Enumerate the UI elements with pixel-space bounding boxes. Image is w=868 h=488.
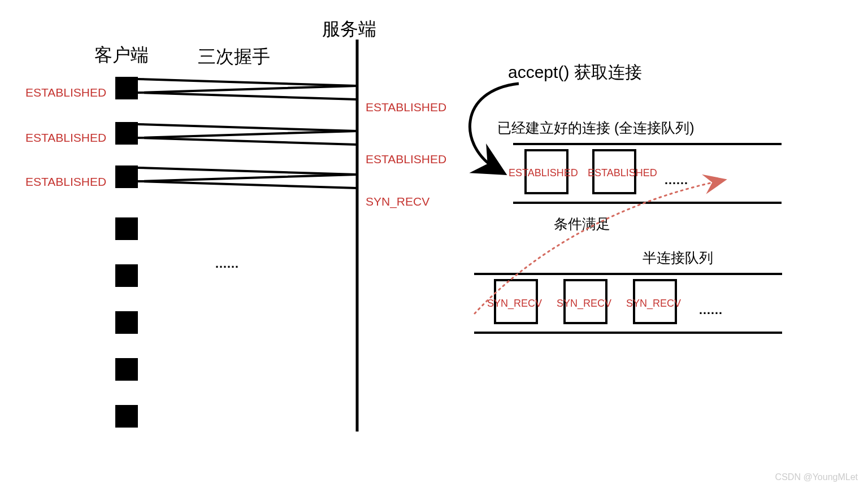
half-queue-item-0: SYN_RECV xyxy=(487,298,542,310)
client-box-5 xyxy=(115,311,138,334)
server-state-2: SYN_RECV xyxy=(366,195,429,208)
diagram-root: 服务端 客户端 三次握手 ESTABLISHED ESTABLISHED EST… xyxy=(0,0,868,488)
condition-label: 条件满足 xyxy=(554,215,610,233)
client-box-2 xyxy=(115,165,138,188)
half-queue-ellipsis: …… xyxy=(698,303,722,317)
client-box-6 xyxy=(115,358,138,381)
left-ellipsis: …… xyxy=(215,256,238,271)
half-queue-item-1: SYN_RECV xyxy=(557,298,611,310)
client-box-1 xyxy=(115,122,138,145)
client-state-0: ESTABLISHED xyxy=(25,86,106,99)
client-box-3 xyxy=(115,217,138,240)
client-state-1: ESTABLISHED xyxy=(25,131,106,145)
full-queue-item-0: ESTABLISHED xyxy=(509,167,578,179)
server-state-0: ESTABLISHED xyxy=(366,101,446,114)
half-queue-item-2: SYN_RECV xyxy=(626,298,681,310)
half-queue-title: 半连接队列 xyxy=(643,249,713,267)
server-title: 服务端 xyxy=(322,17,376,42)
handshake-title: 三次握手 xyxy=(198,45,270,69)
client-state-2: ESTABLISHED xyxy=(25,175,106,189)
server-state-1: ESTABLISHED xyxy=(366,152,446,166)
client-box-7 xyxy=(115,405,138,428)
accept-label: accept() 获取连接 xyxy=(508,61,642,84)
client-title: 客户端 xyxy=(94,43,149,68)
client-box-0 xyxy=(115,77,138,99)
watermark: CSDN @YoungMLet xyxy=(775,472,858,482)
full-queue-item-1: ESTABLISHED xyxy=(588,167,657,179)
full-queue-ellipsis: …… xyxy=(664,173,688,188)
client-box-4 xyxy=(115,264,138,287)
full-queue-title: 已经建立好的连接 (全连接队列) xyxy=(497,119,695,137)
